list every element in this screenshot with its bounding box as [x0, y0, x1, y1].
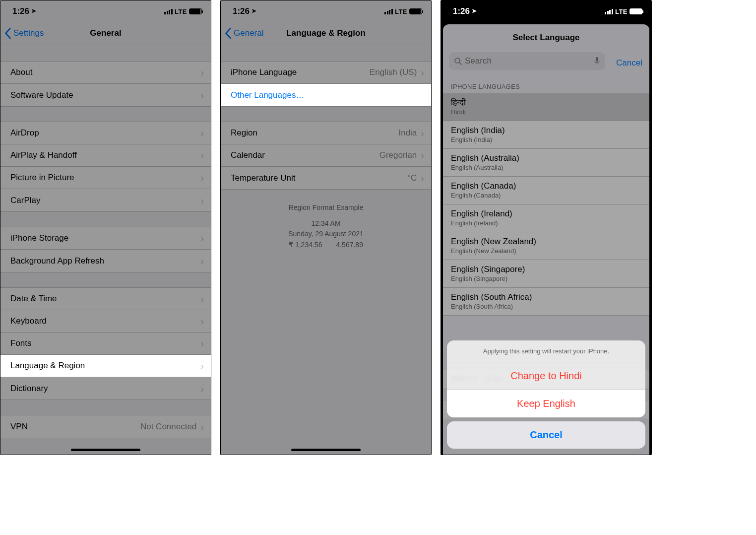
battery-icon [630, 8, 642, 14]
language-group: iPhone Language English (US)› Other Lang… [221, 61, 431, 107]
location-icon: ➤ [31, 7, 36, 14]
cell-region[interactable]: RegionIndia› [221, 122, 431, 144]
battery-icon [189, 8, 202, 14]
location-icon: ➤ [252, 7, 256, 14]
network-label: LTE [615, 8, 628, 15]
back-label: General [234, 28, 263, 38]
chevron-right-icon: › [421, 128, 424, 138]
chevron-right-icon: › [421, 67, 424, 77]
cellular-signal-icon [164, 9, 173, 14]
cell-fonts[interactable]: Fonts› [0, 333, 211, 355]
cell-airdrop[interactable]: AirDrop› [0, 122, 211, 144]
screen-select-language: 1:26 ➤ LTE Select Language Cancel [441, 0, 652, 455]
chevron-right-icon: › [200, 150, 204, 160]
cell-carplay[interactable]: CarPlay› [0, 189, 211, 211]
region-format-example: Region Format Example 12:34 AM Sunday, 2… [221, 202, 431, 251]
status-bar: 1:26 ➤ LTE [441, 0, 651, 22]
cell-date-time[interactable]: Date & Time› [0, 288, 211, 310]
nav-title: Language & Region [286, 28, 366, 38]
cell-pip[interactable]: Picture in Picture› [0, 167, 211, 189]
settings-group: About› Software Update› [0, 61, 211, 107]
region-group: RegionIndia› CalendarGregorian› Temperat… [221, 122, 431, 190]
vpn-value: Not Connected [140, 422, 196, 432]
cellular-signal-icon [384, 9, 393, 14]
iphone-language-value: English (US) [370, 67, 417, 77]
cellular-signal-icon [605, 9, 613, 14]
cell-iphone-language[interactable]: iPhone Language English (US)› [221, 62, 431, 84]
chevron-right-icon: › [200, 173, 204, 183]
chevron-right-icon: › [200, 256, 204, 266]
chevron-right-icon: › [200, 196, 204, 205]
cell-dictionary[interactable]: Dictionary› [0, 377, 211, 400]
change-language-button[interactable]: Change to Hindi [447, 362, 645, 390]
cell-bg-refresh[interactable]: Background App Refresh› [0, 250, 211, 272]
back-button[interactable]: Settings [4, 28, 44, 39]
cell-storage[interactable]: iPhone Storage› [0, 227, 211, 250]
chevron-right-icon: › [200, 67, 204, 77]
chevron-right-icon: › [200, 338, 204, 348]
action-sheet-cancel-button[interactable]: Cancel [447, 421, 645, 449]
network-label: LTE [395, 8, 407, 15]
settings-group: AirDrop› AirPlay & Handoff› Picture in P… [0, 122, 211, 212]
chevron-right-icon: › [200, 316, 204, 326]
cell-other-languages[interactable]: Other Languages… [221, 84, 431, 106]
status-time: 1:26 [233, 6, 250, 16]
status-bar: 1:26 ➤ LTE [0, 0, 211, 22]
cell-keyboard[interactable]: Keyboard› [0, 310, 211, 333]
back-label: Settings [13, 28, 44, 38]
status-bar: 1:26 ➤ LTE [221, 0, 431, 22]
settings-group: VPNNot Connected› [0, 415, 211, 438]
settings-group: Date & Time› Keyboard› Fonts› Language &… [0, 287, 211, 400]
chevron-right-icon: › [421, 173, 424, 183]
chevron-right-icon: › [200, 90, 204, 100]
cell-language-region[interactable]: Language & Region› [0, 355, 211, 377]
screen-general: 1:26 ➤ LTE Settings General About› Softw… [0, 0, 211, 455]
chevron-right-icon: › [200, 128, 204, 138]
status-time: 1:26 [453, 6, 470, 16]
home-indicator[interactable] [71, 449, 140, 451]
cell-temperature[interactable]: Temperature Unit°C› [221, 167, 431, 189]
chevron-right-icon: › [421, 150, 424, 160]
action-sheet: Applying this setting will restart your … [447, 340, 645, 449]
chevron-right-icon: › [200, 422, 204, 432]
screen-language-region: 1:26 ➤ LTE General Language & Region iPh… [220, 0, 432, 455]
home-indicator[interactable] [291, 449, 361, 451]
settings-group: iPhone Storage› Background App Refresh› [0, 227, 211, 272]
language-sheet: Select Language Cancel IPHONE LANGUAGES … [443, 24, 649, 455]
chevron-right-icon: › [200, 361, 204, 371]
cell-about[interactable]: About› [0, 62, 211, 84]
back-button[interactable]: General [225, 28, 263, 39]
nav-bar: General Language & Region [221, 22, 431, 44]
network-label: LTE [175, 8, 187, 15]
chevron-right-icon: › [200, 233, 204, 243]
location-icon: ➤ [472, 7, 477, 14]
chevron-right-icon: › [200, 294, 204, 304]
nav-bar: Settings General [0, 22, 211, 44]
nav-title: General [90, 28, 121, 38]
cell-software-update[interactable]: Software Update› [0, 84, 211, 106]
battery-icon [409, 8, 422, 14]
cell-vpn[interactable]: VPNNot Connected› [0, 415, 211, 438]
status-time: 1:26 [12, 6, 29, 16]
chevron-right-icon: › [200, 384, 204, 394]
keep-language-button[interactable]: Keep English [447, 390, 645, 417]
cell-calendar[interactable]: CalendarGregorian› [221, 144, 431, 167]
cell-airplay[interactable]: AirPlay & Handoff› [0, 144, 211, 167]
action-sheet-message: Applying this setting will restart your … [447, 340, 645, 362]
